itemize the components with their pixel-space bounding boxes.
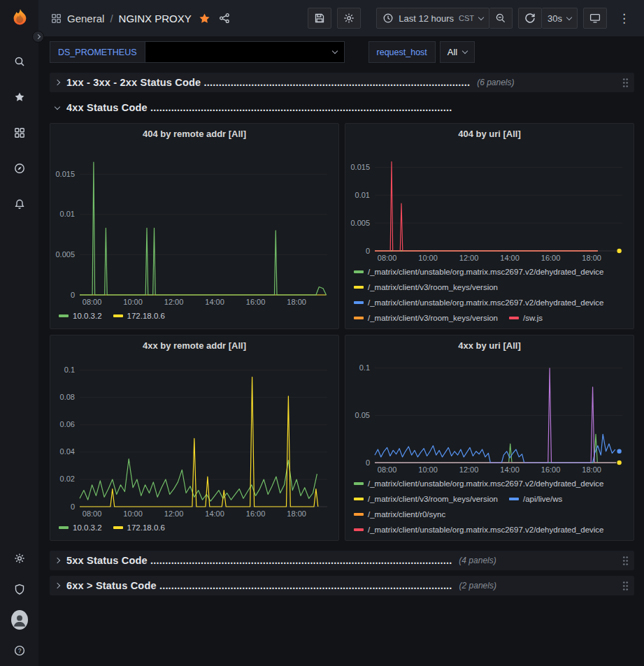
legend-row: /_matrix/client/unstable/org.matrix.msc2… — [354, 476, 625, 491]
legend-item[interactable]: /_matrix/client/unstable/org.matrix.msc2… — [354, 295, 604, 310]
legend-item[interactable]: /_matrix/client/v3/room_keys/version — [354, 280, 498, 295]
sidebar-item-settings[interactable] — [11, 550, 28, 567]
legend-row: /_matrix/client/v3/room_keys/version — [354, 280, 625, 295]
legend-swatch — [354, 270, 364, 273]
y-axis-tick-label: 0 — [71, 502, 75, 511]
legend-item[interactable]: 172.18.0.6 — [113, 308, 165, 324]
sidebar-toggle-button[interactable] — [32, 31, 44, 43]
x-axis-tick-label: 12:00 — [459, 465, 479, 474]
dashboard-settings-button[interactable] — [337, 8, 361, 29]
chevron-down-icon — [462, 48, 468, 54]
legend-label: /_matrix/client/unstable/org.matrix.msc2… — [368, 264, 604, 280]
legend-item[interactable]: /_matrix/client/v3/room_keys/version — [354, 310, 498, 326]
legend-item[interactable]: /_matrix/client/unstable/org.matrix.msc2… — [354, 264, 604, 280]
datasource-variable-label[interactable]: DS_PROMETHEUS — [50, 41, 145, 63]
sidebar-item-dashboards[interactable] — [11, 124, 28, 141]
time-range-picker[interactable]: Last 12 hours CST — [376, 8, 489, 29]
request-host-variable-label[interactable]: request_host — [368, 41, 436, 63]
panel-title[interactable]: 404 by uri [All] — [345, 124, 634, 145]
gear-icon — [343, 13, 355, 24]
refresh-button[interactable] — [518, 8, 542, 29]
panel-title[interactable]: 404 by remote addr [All] — [50, 124, 338, 145]
grafana-logo[interactable] — [0, 0, 38, 36]
save-dashboard-button[interactable] — [308, 8, 331, 29]
sidebar-item-starred[interactable] — [11, 89, 28, 106]
sidebar-item-server-admin[interactable] — [11, 581, 28, 598]
legend-item[interactable]: /_matrix/client/v3/room_keys/version — [354, 491, 498, 507]
monitor-icon — [589, 13, 601, 24]
kebab-menu-button[interactable]: ⋮ — [613, 8, 636, 29]
panel-title[interactable]: 4xx by remote addr [All] — [50, 335, 338, 356]
share-icon[interactable] — [219, 13, 230, 24]
chevron-right-icon — [55, 558, 60, 563]
x-axis-tick-label: 12:00 — [164, 298, 184, 306]
shield-icon — [14, 584, 25, 595]
row-6xx[interactable]: 6xx > Status Code ......................… — [50, 576, 634, 595]
datasource-select[interactable] — [145, 41, 345, 63]
legend-swatch — [509, 317, 519, 319]
time-series-plot[interactable]: 00.050.108:0010:0012:0014:0016:0018:00 — [345, 356, 634, 475]
refresh-interval-dropdown[interactable]: 30s — [542, 8, 578, 29]
time-range-label: Last 12 hours — [399, 13, 454, 24]
legend-row: /_matrix/client/v3/room_keys/version/sw.… — [354, 310, 625, 326]
x-axis-tick-label: 10:00 — [418, 465, 438, 474]
panel-title[interactable]: 4xx by uri [All] — [345, 335, 634, 356]
chart-404-by-remote-addr[interactable]: 00.0050.010.01508:0010:0012:0014:0016:00… — [50, 145, 338, 307]
x-axis-tick-label: 08:00 — [378, 254, 397, 262]
legend-item[interactable]: /_matrix/client/unstable/org.matrix.msc2… — [354, 522, 604, 537]
sidebar-item-alerting[interactable] — [11, 196, 28, 212]
legend-label: /_matrix/client/v3/room_keys/version — [368, 491, 498, 507]
time-series-plot[interactable]: 00.020.040.060.080.108:0010:0012:0014:00… — [50, 356, 338, 519]
row-1xx-3xx-2xx[interactable]: 1xx - 3xx - 2xx Status Code ............… — [50, 73, 634, 92]
x-axis-tick-label: 16:00 — [246, 298, 266, 306]
sidebar-item-profile[interactable] — [11, 611, 28, 628]
legend-item[interactable]: 172.18.0.6 — [113, 520, 165, 535]
sidebar-item-help[interactable]: ? — [11, 642, 28, 659]
row-drag-handle[interactable] — [622, 581, 629, 591]
legend-item[interactable]: /api/live/ws — [509, 491, 562, 507]
sidebar-item-search[interactable] — [11, 53, 28, 70]
legend-item[interactable]: 10.0.3.2 — [59, 520, 102, 535]
chart-404-by-uri[interactable]: 00.0050.010.01508:0010:0012:0014:0016:00… — [345, 145, 634, 263]
y-axis-tick-label: 0.015 — [55, 170, 75, 178]
favorite-star-icon[interactable] — [199, 13, 210, 24]
x-axis-tick-label: 10:00 — [418, 254, 438, 262]
panel-legend: 10.0.3.2172.18.0.6 — [50, 307, 338, 324]
chevron-right-icon — [55, 80, 60, 85]
legend-item[interactable]: /sw.js — [509, 310, 543, 326]
breadcrumb-dashboard-title[interactable]: NGINX PROXY — [119, 13, 192, 24]
chart-4xx-by-remote-addr[interactable]: 00.020.040.060.080.108:0010:0012:0014:00… — [50, 356, 338, 519]
time-series-plot[interactable]: 00.0050.010.01508:0010:0012:0014:0016:00… — [345, 145, 634, 263]
tv-mode-button[interactable] — [583, 8, 607, 29]
dashboard-body: 1xx - 3xx - 2xx Status Code ............… — [38, 67, 644, 666]
row-drag-handle[interactable] — [622, 556, 629, 566]
x-axis-tick-label: 10:00 — [123, 298, 143, 306]
legend-item[interactable]: 10.0.3.2 — [59, 308, 102, 324]
time-series-plot[interactable]: 00.0050.010.01508:0010:0012:0014:0016:00… — [50, 145, 338, 307]
zoom-out-button[interactable] — [489, 8, 513, 29]
x-axis-tick-label: 14:00 — [205, 298, 224, 306]
search-icon — [14, 56, 25, 67]
x-axis-tick-label: 18:00 — [287, 298, 306, 306]
panel-legend: /_matrix/client/unstable/org.matrix.msc2… — [345, 475, 634, 537]
row-title: 1xx - 3xx - 2xx Status Code ............… — [66, 77, 470, 88]
request-host-select[interactable]: All — [440, 41, 475, 63]
row-4xx[interactable]: 4xx Status Code ........................… — [50, 98, 634, 117]
sidebar-item-explore[interactable] — [11, 160, 28, 177]
series-line — [80, 162, 327, 295]
row-drag-handle[interactable] — [622, 78, 629, 88]
legend-item[interactable]: /_matrix/client/r0/sync — [354, 507, 445, 522]
chart-4xx-by-uri[interactable]: 00.050.108:0010:0012:0014:0016:0018:00 — [345, 356, 634, 475]
floppy-icon — [314, 13, 325, 24]
bell-icon — [14, 198, 25, 210]
chevron-down-icon — [566, 14, 572, 20]
legend-item[interactable]: /_matrix/client/unstable/org.matrix.msc2… — [354, 476, 604, 491]
panel-404-by-uri: 404 by uri [All] 00.0050.010.01508:0010:… — [345, 123, 634, 329]
row-5xx[interactable]: 5xx Status Code ........................… — [50, 551, 634, 570]
breadcrumb-folder[interactable]: General — [67, 13, 104, 24]
y-axis-tick-label: 0.005 — [55, 250, 75, 259]
legend-label: /_matrix/client/unstable/org.matrix.msc2… — [368, 295, 604, 310]
timezone-label: CST — [459, 14, 474, 22]
chevron-down-icon — [55, 103, 60, 109]
y-axis-tick-label: 0.08 — [60, 393, 75, 401]
